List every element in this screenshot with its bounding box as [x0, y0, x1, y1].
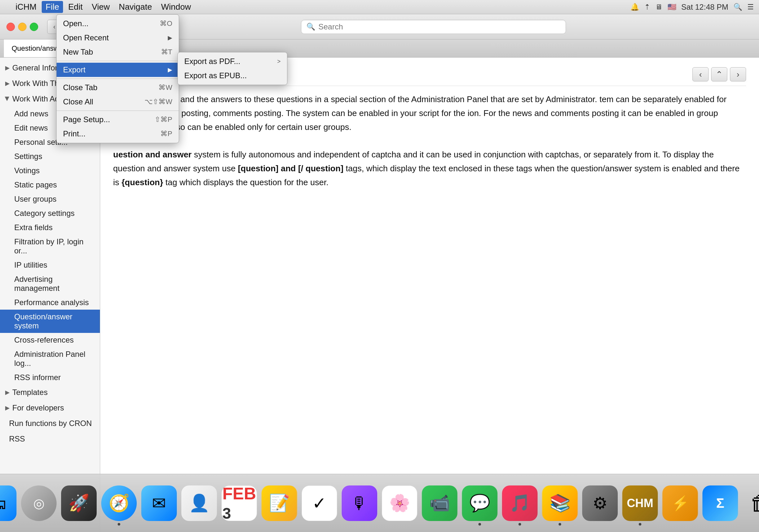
dock-item-ibooks[interactable]: 📚 — [542, 485, 578, 521]
search-icon[interactable]: 🔍 — [734, 3, 742, 11]
content-navigation: ‹ ⌃ › — [693, 67, 746, 81]
facetime-icon: 📹 — [429, 493, 450, 513]
dock-item-contacts[interactable]: 👤 — [181, 485, 217, 521]
prev-page-button[interactable]: ‹ — [693, 67, 708, 81]
up-page-button[interactable]: ⌃ — [711, 67, 727, 81]
ibooks-icon: 📚 — [549, 493, 571, 513]
dock-item-messages[interactable]: 💬 — [462, 485, 498, 521]
sidebar-item-run-functions[interactable]: Run functions by CRON — [0, 416, 100, 431]
menu-item-page-setup-label: Page Setup... — [63, 115, 110, 124]
contacts-icon: 👤 — [189, 493, 210, 513]
sidebar-item-advertising[interactable]: Advertising management — [0, 272, 100, 295]
chevron-right-icon-3: ▶ — [5, 389, 10, 396]
menu-item-close-tab-label: Close Tab — [63, 83, 97, 92]
main-content: Question/answer system ‹ ⌃ › a list of q… — [100, 57, 759, 532]
dock-item-reeder[interactable]: ⚡ — [662, 485, 698, 521]
search-input[interactable] — [318, 22, 561, 31]
trash-icon: 🗑 — [750, 491, 759, 515]
menu-item-open-recent[interactable]: Open Recent ▶ — [57, 31, 179, 45]
menu-item-open-recent-label: Open Recent — [63, 33, 109, 42]
sidebar-item-rss[interactable]: RSS — [0, 431, 100, 447]
language-flag-icon[interactable]: 🇺🇸 — [667, 3, 676, 11]
sidebar-item-category-settings[interactable]: Category settings — [0, 206, 100, 220]
sidebar-item-votings[interactable]: Votings — [0, 164, 100, 178]
dock-item-dot-messages — [478, 523, 481, 525]
menu-item-export[interactable]: Export ▶ — [57, 63, 179, 77]
menu-item-export-epub[interactable]: Export as EPUB... — [178, 68, 287, 83]
dock-item-finder[interactable]: 🗂 — [0, 485, 17, 521]
dock-item-reminders[interactable]: ✓ — [301, 485, 337, 521]
dock-item-safari[interactable]: 🧭 — [101, 485, 137, 521]
chevron-right-icon: ▶ — [5, 64, 10, 71]
dock-item-ichm[interactable]: CHM — [622, 485, 658, 521]
sidebar-item-filtration[interactable]: Filtration by IP, login or... — [0, 235, 100, 258]
dock-item-dot-music — [518, 523, 521, 525]
sidebar-item-performance[interactable]: Performance analysis — [0, 295, 100, 310]
dock-item-notes[interactable]: 📝 — [261, 485, 297, 521]
menubar-navigate[interactable]: Navigate — [115, 1, 156, 13]
menu-shortcut-close-tab: ⌘W — [158, 83, 172, 92]
sidebar-group-templates[interactable]: ▶ Templates — [0, 385, 100, 400]
menu-separator-1 — [57, 61, 179, 61]
dock-item-system-preferences[interactable]: ⚙ — [582, 485, 618, 521]
menubar-view[interactable]: View — [88, 1, 114, 13]
sidebar-group-for-developers[interactable]: ▶ For developers — [0, 400, 100, 416]
sidebar-item-user-groups[interactable]: User groups — [0, 192, 100, 206]
menubar-file[interactable]: File — [42, 1, 63, 13]
soulver-icon: Σ — [716, 495, 724, 511]
menu-item-print[interactable]: Print... ⌘P — [57, 127, 179, 141]
menubar-ichm[interactable]: iCHM — [12, 1, 40, 13]
menu-item-page-setup[interactable]: Page Setup... ⇧⌘P — [57, 112, 179, 127]
sidebar-item-admin-panel-log[interactable]: Administration Panel log... — [0, 347, 100, 370]
dock-item-podcast[interactable]: 🎙 — [342, 485, 377, 521]
dock-item-mail[interactable]: ✉ — [141, 485, 177, 521]
sidebar-item-settings[interactable]: Settings — [0, 149, 100, 164]
dock-item-photos[interactable]: 🌸 — [382, 485, 417, 521]
minimize-button[interactable] — [18, 22, 26, 31]
photos-icon: 🌸 — [389, 493, 410, 513]
notification-icon[interactable]: 🔔 — [630, 3, 639, 11]
dock-item-dot-safari — [118, 523, 120, 525]
menu-item-open-label: Open... — [63, 19, 89, 28]
menu-item-new-tab[interactable]: New Tab ⌘T — [57, 45, 179, 59]
airdrop-icon[interactable]: ⇡ — [644, 3, 650, 11]
dock-item-music[interactable]: 🎵 — [502, 485, 538, 521]
ichm-dock-icon: CHM — [627, 496, 653, 510]
sidebar-item-cross-references[interactable]: Cross-references — [0, 333, 100, 347]
clock: Sat 12:48 PM — [681, 3, 728, 12]
menu-item-close-all-label: Close All — [63, 97, 93, 106]
dock-item-trash[interactable]: 🗑 — [742, 485, 759, 521]
sidebar-item-rss-informer[interactable]: RSS informer — [0, 370, 100, 385]
dock-item-facetime[interactable]: 📹 — [422, 485, 458, 521]
submenu-arrow-export: ▶ — [168, 66, 172, 73]
menubar-window[interactable]: Window — [157, 1, 195, 13]
dock-item-calendar[interactable]: FEB3 — [221, 485, 257, 521]
menu-item-close-all[interactable]: Close All ⌥⇧⌘W — [57, 95, 179, 109]
notes-icon: 📝 — [269, 493, 290, 513]
display-icon[interactable]: 🖥 — [655, 3, 662, 11]
mail-icon: ✉ — [152, 494, 166, 513]
export-submenu: Export as PDF... > Export as EPUB... — [178, 52, 287, 85]
dock-item-launchpad[interactable]: 🚀 — [61, 485, 97, 521]
menu-item-open[interactable]: Open... ⌘O — [57, 17, 179, 31]
sidebar-item-static-pages[interactable]: Static pages — [0, 178, 100, 192]
maximize-button[interactable] — [30, 22, 38, 31]
music-icon: 🎵 — [509, 493, 531, 513]
calendar-icon: FEB3 — [222, 484, 256, 523]
dock-item-soulver[interactable]: Σ — [702, 485, 738, 521]
dock: 🗂 ◎ 🚀 🧭 ✉ 👤 FEB3 📝 ✓ 🎙 🌸 📹 💬 🎵 — [0, 474, 759, 532]
sidebar-item-extra-fields[interactable]: Extra fields — [0, 220, 100, 235]
menu-item-export-pdf[interactable]: Export as PDF... > — [178, 54, 287, 68]
submenu-arrow-open-recent: ▶ — [168, 34, 172, 41]
notification-list-icon[interactable]: ☰ — [747, 3, 754, 11]
menu-item-close-tab[interactable]: Close Tab ⌘W — [57, 81, 179, 95]
close-button[interactable] — [7, 22, 15, 31]
dock-item-siri[interactable]: ◎ — [21, 485, 57, 521]
next-page-button[interactable]: › — [730, 67, 746, 81]
content-body: a list of questions and the answers to t… — [113, 93, 746, 189]
menubar-right: 🔔 ⇡ 🖥 🇺🇸 Sat 12:48 PM 🔍 ☰ — [630, 3, 754, 12]
menu-shortcut-print: ⌘P — [160, 130, 172, 138]
sidebar-item-question-answer[interactable]: Question/answer system — [0, 310, 100, 333]
sidebar-item-ip-utilities[interactable]: IP utilities — [0, 258, 100, 272]
menubar-edit[interactable]: Edit — [64, 1, 87, 13]
